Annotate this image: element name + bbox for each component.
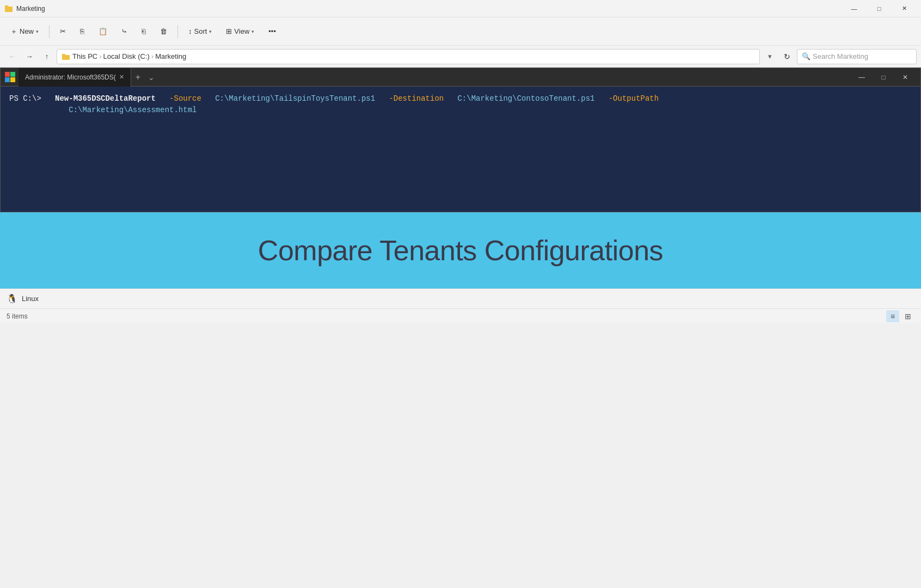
terminal-win-controls: — □ ✕ [851, 68, 916, 87]
sort-chevron: ▾ [209, 29, 212, 34]
copy-button[interactable]: ⎘ [74, 22, 90, 41]
terminal-window: Administrator: Microsoft365DS( ✕ + ⌄ — □… [0, 68, 921, 212]
copy2-icon: ⎗ [142, 27, 146, 35]
view-label: View [234, 27, 249, 35]
terminal-minimize-button[interactable]: — [851, 68, 873, 87]
ps-param-1: -Source [169, 94, 201, 103]
terminal-tab-label: Administrator: Microsoft365DS( [25, 74, 116, 81]
grid-view-icon: ⊞ [905, 312, 911, 321]
ps-command: New-M365DSCDeltaReport [55, 94, 156, 103]
ps-value-1: C:\Marketing\TailspinToysTenant.ps1 [215, 94, 375, 103]
path-local-disk[interactable]: Local Disk (C:) [103, 52, 150, 60]
terminal-command-line: PS C:\> New-M365DSCDeltaReport -Source C… [9, 93, 912, 116]
path-marketing[interactable]: Marketing [155, 52, 186, 60]
status-bar: 5 items ≡ ⊞ [0, 308, 921, 323]
svg-rect-3 [62, 54, 65, 56]
ps-param-2: -Destination [389, 94, 444, 103]
new-button[interactable]: ＋ New ▾ [4, 22, 45, 41]
window-icon [4, 4, 13, 13]
folder-icon [62, 52, 70, 61]
path-this-pc[interactable]: This PC [72, 52, 97, 60]
address-dropdown-button[interactable]: ▾ [762, 49, 777, 64]
toolbar: ＋ New ▾ ✂ ⎘ 📋 ⤷ ⎗ 🗑 ↕ Sort ▾ ⊞ View ▾ ••… [0, 17, 921, 46]
ps-prompt: PS C:\> [9, 94, 41, 103]
separator-1 [49, 25, 50, 38]
sort-icon: ↕ [188, 27, 192, 35]
linux-item[interactable]: 🐧 Linux [0, 289, 921, 308]
copy2-button[interactable]: ⎗ [136, 22, 152, 41]
terminal-body: PS C:\> New-M365DSCDeltaReport -Source C… [1, 87, 920, 212]
move-icon: ⤷ [121, 27, 127, 35]
back-button[interactable]: ← [4, 49, 20, 64]
list-view-button[interactable]: ≡ [886, 310, 899, 322]
linux-label: Linux [22, 295, 39, 303]
sort-label: Sort [194, 27, 207, 35]
more-icon: ••• [268, 27, 276, 35]
move-button[interactable]: ⤷ [115, 22, 133, 41]
up-button[interactable]: ↑ [39, 49, 54, 64]
terminal-close-button[interactable]: ✕ [894, 68, 916, 87]
terminal-tab-more[interactable]: ⌄ [145, 73, 158, 82]
title-bar: Marketing — □ ✕ [0, 0, 921, 17]
cut-button[interactable]: ✂ [54, 22, 72, 41]
minimize-button[interactable]: — [842, 0, 867, 17]
window-controls: — □ ✕ [842, 0, 917, 17]
list-view-icon: ≡ [891, 312, 895, 321]
maximize-button[interactable]: □ [867, 0, 892, 17]
paste-icon: 📋 [99, 27, 107, 35]
svg-rect-0 [5, 7, 13, 12]
separator-2 [177, 25, 178, 38]
view-controls: ≡ ⊞ [886, 310, 914, 322]
new-icon: ＋ [10, 27, 17, 36]
main-content: Administrator: Microsoft365DS( ✕ + ⌄ — □… [0, 68, 921, 289]
window-title: Marketing [16, 5, 842, 13]
ps-value-2: C:\Marketing\ContosoTenant.ps1 [457, 94, 594, 103]
svg-rect-2 [62, 55, 70, 60]
copy-icon: ⎘ [80, 27, 84, 35]
ps-param-3: -OutputPath [609, 94, 659, 103]
windows-logo-small [5, 72, 15, 82]
delete-icon: 🗑 [160, 27, 167, 35]
svg-rect-1 [5, 5, 8, 7]
search-icon: 🔍 [802, 52, 811, 60]
terminal-maximize-button[interactable]: □ [873, 68, 894, 87]
items-count: 5 items [7, 313, 28, 320]
grid-view-button[interactable]: ⊞ [901, 310, 914, 322]
view-button[interactable]: ⊞ View ▾ [220, 22, 260, 41]
cut-icon: ✂ [60, 27, 66, 35]
forward-button[interactable]: → [22, 49, 37, 64]
paste-button[interactable]: 📋 [93, 22, 113, 41]
ps-outputpath-label [9, 106, 64, 114]
refresh-button[interactable]: ↻ [779, 49, 795, 64]
terminal-tab-close[interactable]: ✕ [119, 74, 124, 81]
close-button[interactable]: ✕ [892, 0, 917, 17]
more-button[interactable]: ••• [262, 22, 282, 41]
ps-value-3: C:\Marketing\Assessment.html [69, 106, 197, 114]
view-icon: ⊞ [226, 27, 232, 35]
view-chevron: ▾ [251, 29, 254, 34]
address-bar: ← → ↑ This PC › Local Disk (C:) › Market… [0, 46, 921, 68]
address-path[interactable]: This PC › Local Disk (C:) › Marketing [57, 49, 760, 64]
search-placeholder: Search Marketing [813, 52, 868, 60]
banner-text: Compare Tenants Configurations [258, 234, 663, 267]
terminal-tab[interactable]: Administrator: Microsoft365DS( ✕ [19, 68, 131, 87]
banner: Compare Tenants Configurations [0, 212, 921, 289]
terminal-title-bar: Administrator: Microsoft365DS( ✕ + ⌄ — □… [1, 68, 920, 87]
sort-button[interactable]: ↕ Sort ▾ [182, 22, 218, 41]
search-box[interactable]: 🔍 Search Marketing [797, 49, 917, 64]
delete-button[interactable]: 🗑 [154, 22, 173, 41]
linux-icon: 🐧 [7, 293, 17, 304]
new-label: New [20, 27, 34, 35]
new-chevron: ▾ [36, 29, 39, 34]
terminal-tab-add[interactable]: + [131, 72, 145, 82]
